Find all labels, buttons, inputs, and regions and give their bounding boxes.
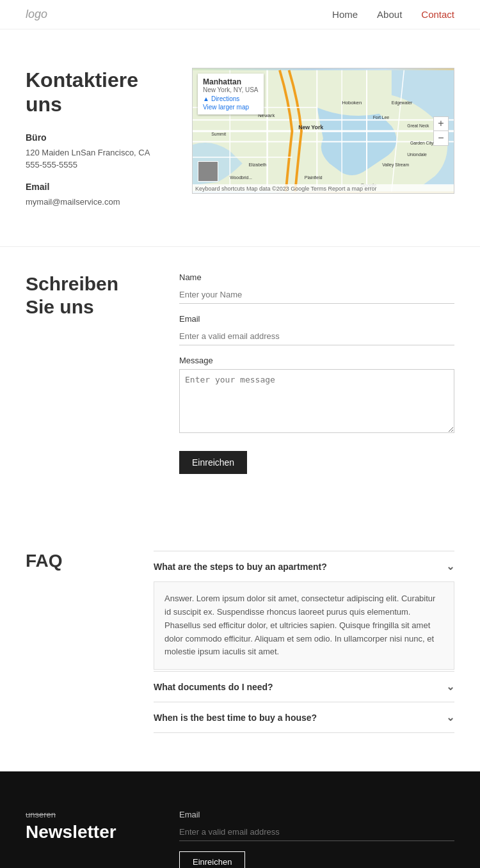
newsletter-title: Newsletter — [26, 822, 154, 842]
map-zoom-out[interactable]: − — [434, 131, 448, 145]
svg-text:Uniondale: Uniondale — [407, 152, 427, 157]
map-place-name: Manhattan — [203, 77, 259, 86]
nav: Home About Contact — [332, 9, 454, 20]
map-footer: Keyboard shortcuts Map data ©2023 Google… — [193, 184, 454, 193]
newsletter-sub-title: unseren — [26, 810, 154, 819]
map-thumbnail — [198, 161, 218, 182]
faq-question-3[interactable]: When is the best time to buy a house? ⌄ — [154, 702, 454, 732]
map-zoom-in[interactable]: + — [434, 117, 448, 131]
newsletter-email-input[interactable] — [179, 823, 454, 841]
map-zoom-controls: + − — [433, 116, 449, 146]
nav-about[interactable]: About — [377, 9, 402, 20]
faq-list: What are the steps to buy an apartment? … — [154, 551, 454, 733]
name-label: Name — [179, 272, 454, 282]
office-address: 120 Maiden LnSan Francisco, CA555-555-55… — [26, 146, 166, 171]
message-label: Message — [179, 356, 454, 365]
faq-item-1: What are the steps to buy an apartment? … — [154, 551, 454, 670]
name-input[interactable] — [179, 286, 454, 304]
svg-text:Summit: Summit — [211, 132, 226, 136]
form-title: SchreibenSie uns — [26, 272, 154, 319]
faq-chevron-2: ⌄ — [446, 681, 454, 693]
svg-text:Woodbrid...: Woodbrid... — [230, 175, 252, 180]
email-label: Email — [26, 182, 166, 192]
svg-text:Plainfield: Plainfield — [305, 175, 323, 180]
email-value: mymail@mailservice.com — [26, 196, 166, 209]
message-textarea[interactable] — [179, 369, 454, 433]
office-label: Büro — [26, 132, 166, 143]
contact-title: Kontaktiere uns — [26, 68, 166, 117]
faq-question-1[interactable]: What are the steps to buy an apartment? … — [154, 551, 454, 581]
svg-text:Garden City: Garden City — [410, 141, 434, 146]
faq-question-2-text: What documents do I need? — [154, 682, 273, 692]
faq-item-3: When is the best time to buy a house? ⌄ — [154, 702, 454, 733]
directions-icon: ▲ — [203, 95, 209, 102]
map-directions-btn[interactable]: ▲ Directions — [203, 95, 239, 102]
newsletter-submit-button[interactable]: Einreichen — [179, 851, 245, 868]
email-input[interactable] — [179, 327, 454, 345]
svg-text:Hoboken: Hoboken — [342, 100, 362, 106]
nav-home[interactable]: Home — [332, 9, 358, 20]
newsletter-email-label: Email — [179, 810, 454, 819]
svg-text:Great Neck: Great Neck — [407, 123, 429, 128]
logo: logo — [26, 8, 47, 21]
map-view-larger-link[interactable]: View larger map — [203, 104, 259, 111]
form-submit-button[interactable]: Einreichen — [179, 451, 247, 474]
faq-question-3-text: When is the best time to buy a house? — [154, 713, 317, 723]
svg-text:Edgewater: Edgewater — [392, 100, 413, 106]
svg-text:New York: New York — [298, 124, 323, 130]
faq-item-2: What documents do I need? ⌄ — [154, 671, 454, 702]
map-place-sub: New York, NY, USA — [203, 86, 259, 93]
svg-text:Valley Stream: Valley Stream — [382, 162, 409, 168]
nav-contact[interactable]: Contact — [421, 9, 454, 20]
faq-question-2[interactable]: What documents do I need? ⌄ — [154, 672, 454, 702]
faq-chevron-3: ⌄ — [446, 711, 454, 723]
faq-title: FAQ — [26, 551, 128, 571]
newsletter-form: Email Einreichen — [179, 810, 454, 868]
email-form-label: Email — [179, 314, 454, 324]
faq-question-1-text: What are the steps to buy an apartment? — [154, 562, 327, 572]
faq-chevron-1: ⌄ — [446, 560, 454, 572]
svg-text:Fort Lee: Fort Lee — [373, 115, 390, 120]
svg-text:Elizabeth: Elizabeth — [248, 162, 266, 167]
faq-answer-1: Answer. Lorem ipsum dolor sit amet, cons… — [154, 581, 454, 670]
